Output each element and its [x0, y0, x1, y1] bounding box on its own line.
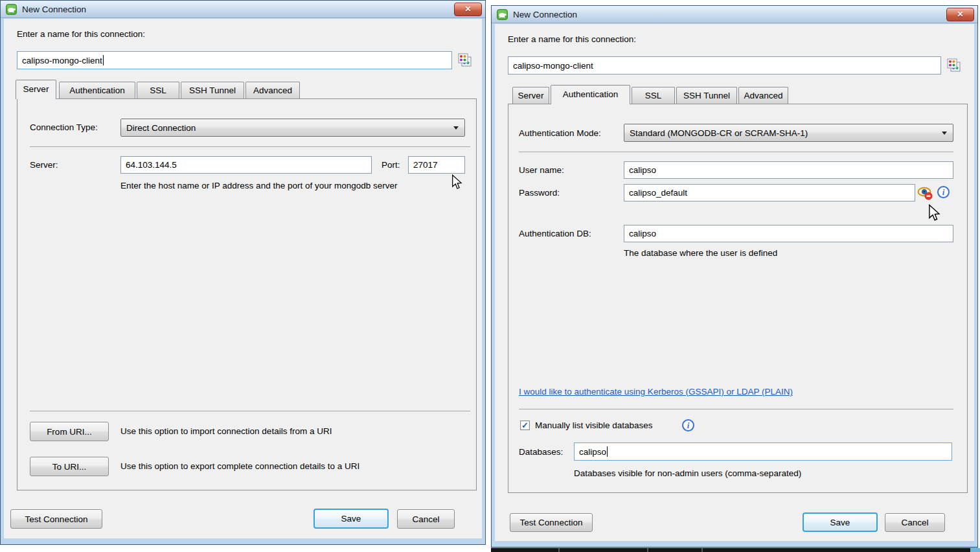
column-divider: [647, 548, 648, 552]
tab-server[interactable]: Server: [512, 87, 549, 104]
databases-label: Databases:: [519, 447, 563, 457]
connection-type-select[interactable]: Direct Connection: [120, 119, 465, 137]
column-divider: [701, 548, 703, 552]
left-connection-dialog: New Connection ✕ Enter a name for this c…: [0, 0, 486, 545]
dialog-body: Enter a name for this connection: calips…: [4, 19, 482, 538]
auth-db-label: Authentication DB:: [519, 229, 591, 238]
port-label: Port:: [382, 160, 400, 170]
cancel-button[interactable]: Cancel: [885, 513, 945, 532]
save-button[interactable]: Save: [803, 512, 878, 532]
tab-authentication[interactable]: Authentication: [59, 82, 135, 98]
chevron-down-icon: [942, 132, 947, 135]
from-uri-button[interactable]: From URI...: [30, 422, 109, 441]
text-caret: [607, 446, 608, 457]
save-button[interactable]: Save: [313, 509, 389, 529]
username-label: User name:: [519, 165, 564, 175]
tab-ssl[interactable]: SSL: [137, 82, 179, 98]
password-input[interactable]: calipso_default: [624, 184, 915, 201]
dialog-body: Enter a name for this connection: calips…: [495, 24, 974, 541]
to-uri-button[interactable]: To URI...: [30, 457, 109, 476]
connection-name-label: Enter a name for this connection:: [508, 34, 636, 44]
server-input[interactable]: 64.103.144.5: [120, 156, 372, 174]
test-connection-button[interactable]: Test Connection: [10, 509, 102, 529]
auth-db-help-text: The database where the user is defined: [624, 248, 777, 258]
username-input[interactable]: calipso: [624, 161, 953, 179]
show-password-icon[interactable]: [917, 185, 933, 201]
close-button[interactable]: ✕: [946, 8, 974, 21]
tab-authentication[interactable]: Authentication: [551, 85, 630, 104]
app-icon: [6, 4, 17, 15]
tab-ssh-tunnel[interactable]: SSH Tunnel: [181, 82, 244, 98]
databases-input[interactable]: calipso: [574, 443, 952, 461]
titlebar[interactable]: New Connection ✕: [492, 6, 977, 23]
separator: [519, 409, 953, 409]
separator: [519, 152, 953, 152]
kerberos-ldap-link[interactable]: I would like to authenticate using Kerbe…: [519, 387, 793, 397]
connection-name-input[interactable]: calipso-mongo-client: [17, 51, 452, 69]
color-picker-icon[interactable]: [457, 52, 473, 68]
window-title: New Connection: [513, 10, 577, 19]
tab-advanced[interactable]: Advanced: [738, 87, 788, 104]
connection-name-input[interactable]: calipso-mongo-client: [508, 56, 941, 75]
text-caret: [103, 55, 104, 65]
color-picker-icon[interactable]: [946, 58, 962, 73]
right-connection-dialog: New Connection ✕ Enter a name for this c…: [491, 5, 978, 547]
server-label: Server:: [30, 160, 58, 170]
to-uri-help-text: Use this option to export complete conne…: [120, 461, 359, 471]
databases-info-icon[interactable]: i: [682, 419, 694, 431]
separator: [30, 146, 470, 147]
cancel-button[interactable]: Cancel: [397, 509, 455, 529]
tab-ssh-tunnel[interactable]: SSH Tunnel: [676, 87, 737, 104]
tab-server[interactable]: Server: [16, 80, 56, 99]
chevron-down-icon: [453, 126, 459, 130]
manual-databases-checkbox[interactable]: ✓: [520, 420, 530, 430]
separator: [30, 411, 470, 411]
column-divider: [558, 548, 560, 552]
close-button[interactable]: ✕: [454, 3, 482, 16]
from-uri-help-text: Use this option to import connection det…: [120, 426, 332, 436]
port-input[interactable]: 27017: [408, 156, 465, 174]
connection-name-label: Enter a name for this connection:: [17, 29, 145, 39]
app-icon: [497, 9, 508, 20]
auth-mode-select[interactable]: Standard (MONGODB-CR or SCRAM-SHA-1): [624, 124, 953, 142]
server-help-text: Enter the host name or IP address and th…: [120, 181, 398, 190]
manual-databases-label: Manually list visible databases: [535, 420, 653, 430]
tab-advanced[interactable]: Advanced: [245, 82, 300, 98]
databases-help-text: Databases visible for non-admin users (c…: [574, 468, 801, 478]
auth-db-input[interactable]: calipso: [624, 225, 953, 242]
window-title: New Connection: [22, 5, 86, 14]
connection-type-label: Connection Type:: [30, 122, 98, 132]
auth-mode-label: Authentication Mode:: [519, 128, 601, 138]
titlebar[interactable]: New Connection ✕: [1, 1, 485, 18]
password-info-icon[interactable]: i: [937, 186, 950, 198]
test-connection-button[interactable]: Test Connection: [510, 513, 593, 532]
password-label: Password:: [519, 188, 560, 198]
accent-segment: [970, 548, 980, 552]
tab-ssl[interactable]: SSL: [632, 87, 675, 104]
background-window-strip: [491, 548, 980, 552]
